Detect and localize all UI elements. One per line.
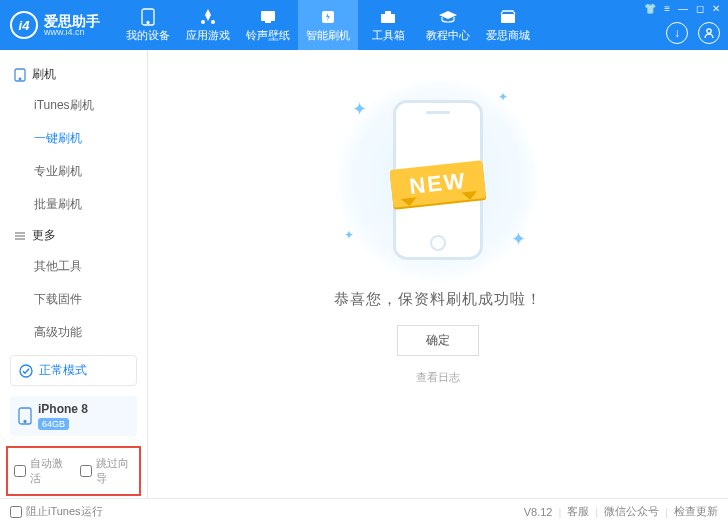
device-box[interactable]: iPhone 8 64GB (10, 396, 137, 436)
sidebar-item-oneclick-flash[interactable]: 一键刷机 (0, 122, 147, 155)
support-link[interactable]: 客服 (567, 504, 589, 519)
device-icon (18, 407, 32, 425)
apps-icon (198, 8, 218, 26)
capacity-badge: 64GB (38, 418, 69, 430)
sparkle-icon: ✦ (511, 228, 526, 250)
app-logo: i4 爱思助手 www.i4.cn (10, 11, 100, 39)
svg-rect-8 (385, 11, 391, 14)
sidebar-group-flash: 刷机 (0, 60, 147, 89)
check-update-link[interactable]: 检查更新 (674, 504, 718, 519)
close-btn[interactable]: ✕ (712, 3, 720, 14)
logo-icon: i4 (10, 11, 38, 39)
svg-point-18 (24, 421, 26, 423)
sparkle-icon: ✦ (498, 90, 508, 104)
brand-site: www.i4.cn (44, 28, 100, 37)
menu-icon[interactable]: ≡ (664, 3, 670, 14)
sparkle-icon: ✦ (344, 228, 354, 242)
svg-rect-7 (381, 14, 395, 23)
nav-shop[interactable]: 爱思商城 (478, 0, 538, 50)
flash-options: 自动激活 跳过向导 (6, 446, 141, 496)
brand-name: 爱思助手 (44, 14, 100, 28)
svg-point-10 (707, 29, 711, 33)
block-itunes-checkbox[interactable]: 阻止iTunes运行 (10, 504, 103, 519)
header-right-icons: ↓ (666, 22, 720, 44)
tools-icon (378, 8, 398, 26)
download-icon[interactable]: ↓ (666, 22, 688, 44)
device-name: iPhone 8 (38, 402, 88, 416)
ok-button[interactable]: 确定 (397, 325, 479, 356)
tutorial-icon (438, 8, 458, 26)
window-controls: 👕 ≡ — ◻ ✕ (644, 3, 720, 14)
status-icon (19, 364, 33, 378)
wechat-link[interactable]: 微信公众号 (604, 504, 659, 519)
more-icon (14, 230, 26, 242)
sidebar-item-itunes-flash[interactable]: iTunes刷机 (0, 89, 147, 122)
status-mode[interactable]: 正常模式 (10, 355, 137, 386)
nav-apps[interactable]: 应用游戏 (178, 0, 238, 50)
sidebar-item-pro-flash[interactable]: 专业刷机 (0, 155, 147, 188)
sidebar-item-advanced[interactable]: 高级功能 (0, 316, 147, 349)
main-content: ✦ ✦ ✦ ✦ NEW 恭喜您，保资料刷机成功啦！ 确定 查看日志 (148, 50, 728, 498)
sparkle-icon: ✦ (352, 98, 367, 120)
flash-icon (318, 8, 338, 26)
navbar: 我的设备 应用游戏 铃声壁纸 智能刷机 工具箱 教程中心 (118, 0, 538, 50)
success-message: 恭喜您，保资料刷机成功啦！ (334, 290, 542, 309)
hero-illustration: ✦ ✦ ✦ ✦ NEW (318, 80, 558, 280)
user-icon[interactable] (698, 22, 720, 44)
view-log-link[interactable]: 查看日志 (416, 370, 460, 385)
svg-point-1 (147, 21, 149, 23)
nav-flash[interactable]: 智能刷机 (298, 0, 358, 50)
minimize-btn[interactable]: — (678, 3, 688, 14)
device-icon (138, 8, 158, 26)
maximize-btn[interactable]: ◻ (696, 3, 704, 14)
header: i4 爱思助手 www.i4.cn 我的设备 应用游戏 铃声壁纸 智能刷机 (0, 0, 728, 50)
nav-ringtone[interactable]: 铃声壁纸 (238, 0, 298, 50)
nav-tools[interactable]: 工具箱 (358, 0, 418, 50)
svg-rect-9 (501, 14, 515, 23)
sidebar: 刷机 iTunes刷机 一键刷机 专业刷机 批量刷机 更多 其他工具 下载固件 … (0, 50, 148, 498)
svg-point-2 (201, 20, 205, 24)
sidebar-item-download-firmware[interactable]: 下载固件 (0, 283, 147, 316)
svg-rect-4 (261, 11, 275, 21)
footer: 阻止iTunes运行 V8.12 | 客服 | 微信公众号 | 检查更新 (0, 498, 728, 524)
skip-guide-checkbox[interactable]: 跳过向导 (80, 456, 134, 486)
phone-icon (14, 68, 26, 82)
svg-rect-5 (265, 21, 271, 23)
sidebar-item-batch-flash[interactable]: 批量刷机 (0, 188, 147, 221)
auto-activate-checkbox[interactable]: 自动激活 (14, 456, 68, 486)
nav-my-device[interactable]: 我的设备 (118, 0, 178, 50)
nav-tutorial[interactable]: 教程中心 (418, 0, 478, 50)
sidebar-group-more: 更多 (0, 221, 147, 250)
sidebar-item-other-tools[interactable]: 其他工具 (0, 250, 147, 283)
svg-point-12 (19, 78, 21, 80)
ringtone-icon (258, 8, 278, 26)
shop-icon (498, 8, 518, 26)
shirt-icon[interactable]: 👕 (644, 3, 656, 14)
svg-point-3 (211, 20, 215, 24)
version-label: V8.12 (524, 506, 553, 518)
